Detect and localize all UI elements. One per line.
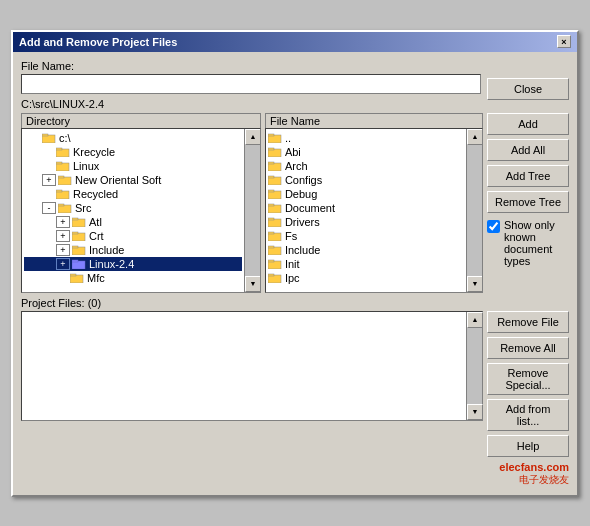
file-item-configs[interactable]: Configs xyxy=(268,173,464,187)
remove-all-button[interactable]: Remove All xyxy=(487,337,569,359)
file-name-input[interactable] xyxy=(21,74,481,94)
tree-item-mfc[interactable]: Mfc xyxy=(24,271,242,285)
svg-rect-29 xyxy=(268,176,274,178)
tree-label-atl: Atl xyxy=(89,216,102,228)
tree-item-include[interactable]: + Include xyxy=(24,243,242,257)
tree-item-neworiental[interactable]: + New Oriental Soft xyxy=(24,173,242,187)
file-scroll-up[interactable]: ▲ xyxy=(467,129,483,145)
directory-tree: c:\ Krecycle xyxy=(22,129,244,292)
folder-icon-src xyxy=(58,202,72,213)
svg-rect-27 xyxy=(268,162,274,164)
tree-item-crt[interactable]: + Crt xyxy=(24,229,242,243)
tree-label-linux: Linux xyxy=(73,160,99,172)
directory-header: Directory xyxy=(21,113,261,128)
file-scroll-down[interactable]: ▼ xyxy=(467,276,483,292)
directory-scrollbar[interactable]: ▲ ▼ xyxy=(244,129,260,292)
file-item-dotdot[interactable]: .. xyxy=(268,131,464,145)
help-button[interactable]: Help xyxy=(487,435,569,457)
folder-icon-fs xyxy=(268,230,282,241)
show-known-types-label: Show only known document types xyxy=(504,219,569,267)
add-from-list-button[interactable]: Add from list... xyxy=(487,399,569,431)
svg-rect-13 xyxy=(72,218,78,220)
expand-src[interactable]: - xyxy=(42,202,56,214)
add-all-button[interactable]: Add All xyxy=(487,139,569,161)
file-item-init[interactable]: Init xyxy=(268,257,464,271)
close-title-btn[interactable]: × xyxy=(557,35,571,48)
svg-rect-35 xyxy=(268,218,274,220)
expand-atl[interactable]: + xyxy=(56,216,70,228)
folder-icon-linux24 xyxy=(72,258,86,269)
file-item-ipc[interactable]: Ipc xyxy=(268,271,464,285)
folder-icon-abi xyxy=(268,146,282,157)
project-scroll-track[interactable] xyxy=(467,328,482,404)
expand-crt[interactable]: + xyxy=(56,230,70,242)
file-label-configs: Configs xyxy=(285,174,322,186)
remove-tree-button[interactable]: Remove Tree xyxy=(487,191,569,213)
file-label-arch: Arch xyxy=(285,160,308,172)
svg-rect-1 xyxy=(42,134,48,136)
file-item-include2[interactable]: Include xyxy=(268,243,464,257)
project-scrollbar[interactable]: ▲ ▼ xyxy=(466,312,482,420)
folder-icon-c xyxy=(42,132,56,143)
svg-rect-19 xyxy=(72,260,78,262)
tree-item-krecycle[interactable]: Krecycle xyxy=(24,145,242,159)
remove-file-button[interactable]: Remove File xyxy=(487,311,569,333)
tree-label-linux24: Linux-2.4 xyxy=(89,258,134,270)
file-item-fs[interactable]: Fs xyxy=(268,229,464,243)
scroll-down-btn[interactable]: ▼ xyxy=(245,276,261,292)
tree-label-recycled: Recycled xyxy=(73,188,118,200)
file-item-abi[interactable]: Abi xyxy=(268,145,464,159)
tree-label-crt: Crt xyxy=(89,230,104,242)
file-item-debug[interactable]: Debug xyxy=(268,187,464,201)
file-name-label: File Name: xyxy=(21,60,481,72)
close-button[interactable]: Close xyxy=(487,78,569,100)
tree-item-linux24[interactable]: + Linux-2.4 xyxy=(24,257,242,271)
tree-label-neworiental: New Oriental Soft xyxy=(75,174,161,186)
expand-linux24[interactable]: + xyxy=(56,258,70,270)
folder-icon-include xyxy=(72,244,86,255)
svg-rect-7 xyxy=(58,176,64,178)
tree-item-c[interactable]: c:\ xyxy=(24,131,242,145)
file-label-drivers: Drivers xyxy=(285,216,320,228)
tree-item-recycled[interactable]: Recycled xyxy=(24,187,242,201)
tree-label-mfc: Mfc xyxy=(87,272,105,284)
project-scroll-down[interactable]: ▼ xyxy=(467,404,483,420)
file-list-header: File Name xyxy=(265,113,483,128)
title-bar-controls: × xyxy=(557,35,571,48)
tree-item-atl[interactable]: + Atl xyxy=(24,215,242,229)
watermark-line2: 电子发烧友 xyxy=(519,474,569,485)
folder-icon-init xyxy=(268,258,282,269)
scroll-up-btn[interactable]: ▲ xyxy=(245,129,261,145)
file-item-document[interactable]: Document xyxy=(268,201,464,215)
svg-rect-37 xyxy=(268,232,274,234)
folder-icon-document xyxy=(268,202,282,213)
svg-rect-23 xyxy=(268,134,274,136)
folder-icon-debug xyxy=(268,188,282,199)
file-item-arch[interactable]: Arch xyxy=(268,159,464,173)
tree-label-src: Src xyxy=(75,202,92,214)
folder-icon-atl xyxy=(72,216,86,227)
svg-rect-11 xyxy=(58,204,64,206)
scroll-track[interactable] xyxy=(245,145,260,276)
svg-rect-25 xyxy=(268,148,274,150)
tree-item-src[interactable]: - Src xyxy=(24,201,242,215)
right-button-panel: Add Add All Add Tree Remove Tree Show on… xyxy=(487,113,569,293)
tree-label-krecycle: Krecycle xyxy=(73,146,115,158)
file-scroll-track[interactable] xyxy=(467,145,482,276)
expand-neworiental[interactable]: + xyxy=(42,174,56,186)
tree-item-linux[interactable]: Linux xyxy=(24,159,242,173)
add-tree-button[interactable]: Add Tree xyxy=(487,165,569,187)
project-scroll-up[interactable]: ▲ xyxy=(467,312,483,328)
file-item-drivers[interactable]: Drivers xyxy=(268,215,464,229)
file-label-abi: Abi xyxy=(285,146,301,158)
show-known-types-checkbox[interactable] xyxy=(487,220,500,233)
remove-special-button[interactable]: Remove Special... xyxy=(487,363,569,395)
svg-rect-41 xyxy=(268,260,274,262)
file-label-document: Document xyxy=(285,202,335,214)
folder-icon-configs xyxy=(268,174,282,185)
svg-rect-15 xyxy=(72,232,78,234)
add-button[interactable]: Add xyxy=(487,113,569,135)
file-list-scrollbar[interactable]: ▲ ▼ xyxy=(466,129,482,292)
expand-include[interactable]: + xyxy=(56,244,70,256)
svg-rect-3 xyxy=(56,148,62,150)
